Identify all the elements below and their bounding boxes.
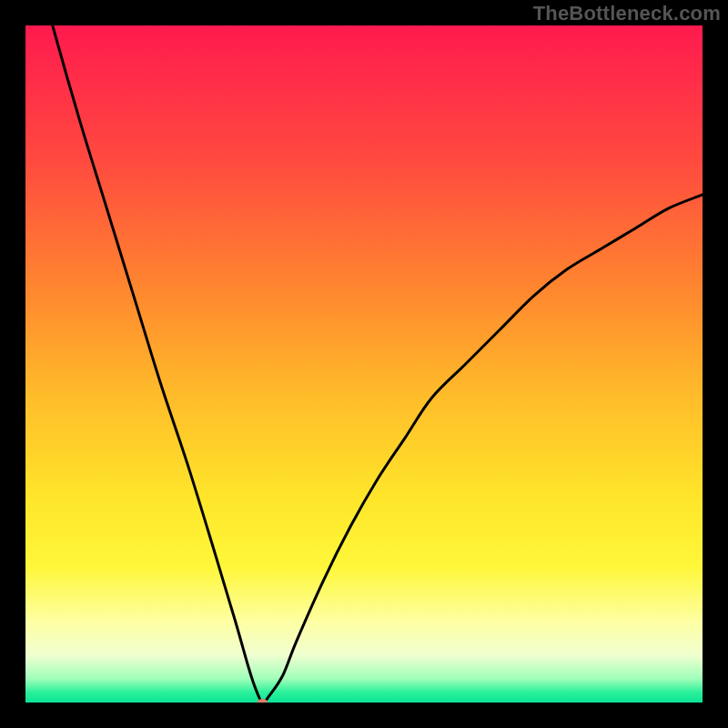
plot-area xyxy=(25,25,703,703)
gradient-background xyxy=(25,25,703,703)
chart-frame: TheBottleneck.com xyxy=(0,0,728,728)
chart-svg xyxy=(25,25,703,703)
watermark-text: TheBottleneck.com xyxy=(533,2,721,25)
